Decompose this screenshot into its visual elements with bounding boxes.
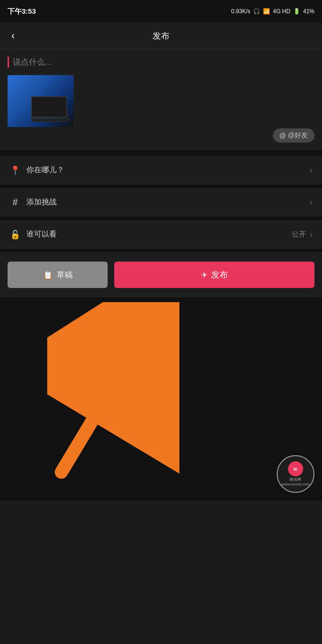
challenge-label: 添加挑战: [26, 197, 310, 207]
watermark-logo: ic: [288, 461, 303, 476]
challenge-icon: #: [9, 197, 21, 208]
headphone-icon: 🎧: [253, 8, 260, 15]
watermark: ic 酷知网 www.coozhi.com: [277, 455, 314, 493]
watermark-line1: 酷知网: [281, 477, 310, 482]
bottom-area: ic 酷知网 www.coozhi.com: [0, 297, 322, 500]
location-row[interactable]: 📍 你在哪儿？ ›: [0, 156, 322, 185]
at-icon: @: [280, 132, 286, 139]
status-bar: 下午3:53 0.93K/s 🎧 📶 4G HD 🔋 41%: [0, 0, 322, 23]
at-friend-label: @好友: [288, 131, 308, 140]
status-right: 0.93K/s 🎧 📶 4G HD 🔋 41%: [231, 8, 314, 15]
button-area: 📋 草稿 ✈ 发布: [0, 249, 322, 297]
orange-arrow: [47, 302, 179, 482]
visibility-label: 谁可以看: [26, 229, 292, 239]
watermark-text: 酷知网 www.coozhi.com: [281, 477, 310, 487]
challenge-chevron: ›: [310, 197, 313, 207]
at-friend-button[interactable]: @ @好友: [273, 128, 314, 143]
visibility-value: 公开: [292, 230, 306, 239]
image-preview: [8, 75, 74, 127]
watermark-logo-text: ic: [293, 466, 297, 472]
laptop-base: [31, 118, 69, 122]
header-title: 发布: [153, 30, 169, 42]
content-area[interactable]: 说点什么... @ @好友: [0, 49, 322, 153]
signal-icon: 📶: [263, 8, 270, 15]
publish-button[interactable]: ✈ 发布: [114, 262, 314, 288]
header: ‹ 发布: [0, 23, 322, 49]
battery-icon: 🔋: [293, 8, 300, 15]
draft-label: 草稿: [57, 270, 73, 280]
back-button[interactable]: ‹: [8, 26, 18, 46]
laptop-graphic: [31, 96, 69, 122]
draft-icon: 📋: [43, 270, 53, 280]
svg-line-1: [61, 330, 146, 472]
network-type: 4G HD: [273, 8, 290, 15]
draft-button[interactable]: 📋 草稿: [8, 262, 108, 288]
status-time: 下午3:53: [8, 7, 36, 16]
publish-label: 发布: [211, 269, 228, 280]
location-icon: 📍: [9, 165, 21, 176]
image-preview-inner: [8, 75, 74, 127]
location-chevron: ›: [310, 165, 313, 175]
visibility-chevron: ›: [310, 229, 313, 239]
challenge-row[interactable]: # 添加挑战 ›: [0, 188, 322, 217]
publish-send-icon: ✈: [201, 271, 207, 280]
laptop-lid: [31, 96, 67, 118]
lock-icon: 🔓: [9, 229, 21, 240]
visibility-row[interactable]: 🔓 谁可以看 公开 ›: [0, 220, 322, 249]
network-speed: 0.93K/s: [231, 8, 251, 15]
battery-level: 41%: [303, 8, 314, 15]
watermark-line2: www.coozhi.com: [281, 482, 310, 487]
post-placeholder: 说点什么...: [8, 57, 314, 68]
location-label: 你在哪儿？: [26, 165, 310, 175]
